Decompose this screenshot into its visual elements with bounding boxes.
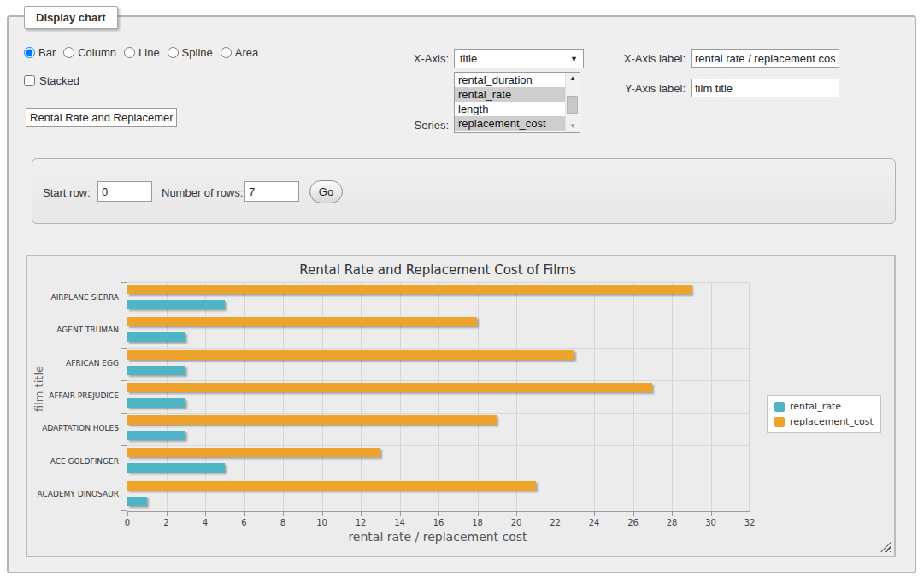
- start-row-input[interactable]: [97, 181, 152, 202]
- vertical-gridline: [633, 282, 634, 511]
- vertical-gridline: [478, 282, 479, 511]
- radio-area-input[interactable]: [221, 47, 232, 58]
- series-option[interactable]: replacement_cost: [455, 116, 566, 131]
- resize-grip-icon[interactable]: [880, 542, 891, 552]
- x-axis-tick: [167, 512, 168, 516]
- bar-rental_rate[interactable]: [127, 332, 185, 342]
- chevron-down-icon: ▼: [570, 55, 578, 63]
- x-tick-label: 14: [383, 518, 417, 527]
- scroll-up-icon[interactable]: ▲: [566, 73, 580, 85]
- bar-replacement_cost[interactable]: [127, 383, 652, 392]
- bar-rental_rate[interactable]: [127, 463, 225, 473]
- vertical-gridline: [438, 282, 439, 511]
- x-tick-label: 16: [421, 518, 456, 527]
- x-axis-tick: [361, 512, 362, 516]
- radio-spline[interactable]: Spline: [168, 46, 213, 59]
- bar-rental_rate[interactable]: [127, 431, 185, 440]
- stacked-checkbox-row[interactable]: Stacked: [24, 74, 79, 87]
- x-axis-select[interactable]: title ▼: [454, 49, 584, 68]
- stacked-checkbox[interactable]: [24, 75, 35, 86]
- page: Display chart Bar Column Line Spline Are…: [0, 0, 924, 582]
- category-label: ACADEMY DINOSAUR: [27, 490, 119, 498]
- num-rows-input[interactable]: [244, 181, 299, 202]
- radio-bar-input[interactable]: [24, 47, 35, 58]
- radio-line-label: Line: [138, 46, 160, 59]
- x-axis-tick: [283, 512, 284, 516]
- radio-line[interactable]: Line: [124, 46, 160, 59]
- vertical-gridline: [361, 282, 362, 511]
- legend-item[interactable]: replacement_cost: [774, 416, 874, 427]
- x-axis-tick: [438, 512, 439, 516]
- series-option[interactable]: length: [455, 102, 566, 116]
- x-tick-label: 12: [344, 518, 378, 527]
- x-axis-tick: [672, 512, 673, 516]
- series-option[interactable]: rental_duration: [455, 73, 566, 87]
- bar-replacement_cost[interactable]: [127, 350, 574, 360]
- vertical-gridline: [322, 282, 323, 511]
- x-axis-label-input[interactable]: [691, 49, 839, 68]
- y-axis-tick: [121, 510, 127, 511]
- x-axis-tick: [750, 512, 750, 516]
- bar-rental_rate[interactable]: [127, 366, 185, 375]
- legend-label: rental_rate: [790, 401, 841, 412]
- chart-title: Rental Rate and Replacement Cost of Film…: [127, 262, 749, 278]
- y-axis-tick: [121, 413, 127, 414]
- radio-bar-label: Bar: [38, 46, 56, 59]
- series-options: rental_durationrental_ratelengthreplacem…: [455, 73, 580, 131]
- chart-type-radio-group: Bar Column Line Spline Area: [24, 46, 258, 59]
- x-tick-label: 8: [266, 518, 300, 527]
- x-tick-label: 24: [577, 518, 611, 527]
- radio-area[interactable]: Area: [221, 46, 258, 59]
- vertical-gridline: [516, 282, 517, 511]
- radio-spline-label: Spline: [182, 46, 213, 59]
- plot-area: 02468101214161820222426283032: [127, 282, 750, 512]
- series-listbox[interactable]: rental_durationrental_ratelengthreplacem…: [454, 72, 580, 133]
- radio-bar[interactable]: Bar: [24, 46, 56, 59]
- fieldset-legend: Display chart: [24, 6, 118, 29]
- legend-item[interactable]: rental_rate: [774, 401, 874, 412]
- y-axis-tick: [121, 315, 127, 315]
- category-label: ACE GOLDFINGER: [27, 457, 119, 466]
- chart-title-input[interactable]: [26, 108, 177, 127]
- radio-column-input[interactable]: [63, 47, 74, 58]
- bar-rental_rate[interactable]: [127, 398, 185, 408]
- bar-replacement_cost[interactable]: [127, 285, 692, 294]
- radio-column[interactable]: Column: [63, 46, 116, 59]
- bar-replacement_cost[interactable]: [127, 317, 477, 326]
- x-axis-selected-value: title: [460, 52, 477, 65]
- bar-replacement_cost[interactable]: [127, 448, 380, 457]
- bar-rental_rate[interactable]: [127, 497, 147, 506]
- x-axis-tick: [711, 512, 712, 516]
- scroll-down-icon[interactable]: ▼: [566, 121, 580, 132]
- x-axis-tick: [633, 512, 634, 516]
- x-tick-label: 22: [539, 518, 573, 527]
- category-label: AFRICAN EGG: [27, 359, 119, 367]
- radio-line-input[interactable]: [124, 47, 135, 58]
- bar-replacement_cost[interactable]: [127, 481, 536, 491]
- y-axis-tick: [121, 380, 127, 381]
- bar-rental_rate[interactable]: [127, 300, 225, 309]
- bar-replacement_cost[interactable]: [127, 415, 497, 425]
- vertical-gridline: [283, 282, 284, 511]
- x-tick-label: 28: [655, 518, 689, 527]
- y-axis-label-input[interactable]: [691, 79, 839, 97]
- series-select-label: Series:: [380, 119, 449, 132]
- vertical-gridline: [556, 282, 556, 511]
- radio-spline-input[interactable]: [168, 47, 179, 58]
- start-row-label: Start row:: [43, 186, 91, 199]
- x-tick-label: 30: [694, 518, 728, 527]
- vertical-gridline: [400, 282, 401, 511]
- vertical-gridline: [594, 282, 595, 511]
- go-button[interactable]: Go: [309, 180, 343, 203]
- x-axis-tick: [516, 512, 517, 516]
- series-scrollbar[interactable]: ▲ ▼: [565, 73, 580, 132]
- x-axis-tick: [244, 512, 245, 516]
- scrollbar-thumb[interactable]: [567, 96, 578, 114]
- x-axis-tick: [127, 512, 128, 516]
- vertical-gridline: [205, 282, 206, 511]
- series-option[interactable]: rental_rate: [455, 87, 566, 102]
- category-label: AIRPLANE SIERRA: [27, 293, 119, 302]
- stacked-label: Stacked: [39, 74, 79, 87]
- vertical-gridline: [711, 282, 712, 511]
- x-axis-label-label: X-Axis label:: [603, 52, 686, 65]
